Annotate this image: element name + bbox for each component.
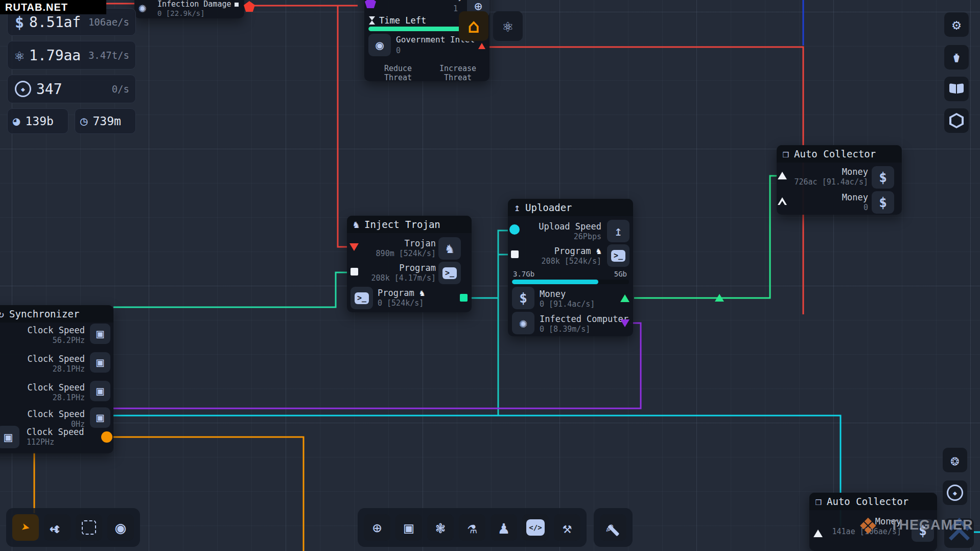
research-counter[interactable]: ⚛ 1.79aa 3.47t/s	[7, 41, 136, 70]
eye-icon: ◉	[376, 37, 384, 53]
microscope-icon: ⚗	[468, 519, 477, 537]
virus-icon: ✺	[519, 315, 527, 331]
auto-collector-header[interactable]: ❒ Auto Collector	[777, 145, 902, 163]
port-upload-speed-input[interactable]	[509, 224, 520, 235]
chip-icon: ▣	[97, 410, 104, 425]
radial-tool-button[interactable]: ◉	[107, 514, 134, 541]
money-icon-tile[interactable]: $	[872, 166, 894, 189]
threat-clipped-value: 1	[453, 5, 458, 13]
guide-button[interactable]	[944, 77, 969, 101]
knight-icon: ♞	[353, 218, 359, 231]
cursor-icon: ➤	[19, 518, 31, 537]
inject-trojan-node[interactable]: ♞ Inject Trojan Trojan 890m [524k/s] ♞ P…	[347, 216, 472, 312]
cursor-tool-button[interactable]: ➤	[12, 514, 39, 541]
clock-speed-value: 28.1PHz	[0, 365, 85, 373]
chip-icon-tile[interactable]: ▣	[90, 381, 110, 401]
chip-icon: ▣	[4, 429, 12, 445]
port-uploader-program-input[interactable]	[511, 250, 519, 258]
cooling-tab-button[interactable]: ❃	[427, 514, 454, 541]
trojan-input-value: 890m [524k/s]	[352, 250, 436, 258]
research-button[interactable]: ⚛	[493, 11, 523, 41]
infection-damage-node[interactable]: ✺ Infection Damage 0 [22.9k/s]	[134, 0, 244, 18]
program-input-label: Program	[352, 264, 436, 272]
sync-icon: ↻	[0, 308, 4, 320]
time-left-row: Time Left	[369, 15, 426, 26]
tools-tab-button[interactable]: ⚒	[554, 514, 580, 541]
uploader-header[interactable]: ↥ Uploader	[508, 199, 633, 216]
research-tab-button[interactable]: ⚗	[459, 514, 485, 541]
clock-speed-label: Clock Speed	[0, 326, 85, 335]
chip-icon-tile[interactable]: ▣	[0, 426, 19, 448]
research-value: 1.79aa	[29, 47, 81, 64]
money-icon-tile[interactable]: $	[512, 287, 534, 309]
port-clock-output[interactable]	[101, 431, 112, 443]
trojan-icon-tile[interactable]: ♞	[438, 237, 461, 260]
inject-trojan-header[interactable]: ♞ Inject Trojan	[347, 216, 472, 233]
port-collector-input-2[interactable]	[778, 197, 787, 205]
achievements-button[interactable]: ⚱	[944, 45, 969, 70]
clock-speed-value: 28.1PHz	[0, 394, 85, 402]
dollar-icon: $	[879, 170, 887, 185]
home-button[interactable]: ⌂	[459, 11, 488, 41]
uploader-node[interactable]: ↥ Uploader Upload Speed 26Pbps ↥ Program…	[508, 199, 633, 336]
virus-icon-tile[interactable]: ✺	[512, 312, 534, 334]
settings-button[interactable]: ⚙	[944, 12, 969, 37]
port-threat-marker[interactable]	[478, 43, 485, 49]
chip-icon-tile[interactable]: ▣	[90, 407, 110, 428]
target-button[interactable]: ◆	[943, 480, 967, 505]
code-tab-button[interactable]: </>	[522, 514, 549, 541]
synchronizer-node[interactable]: ↻ Synchronizer Clock Speed 56.2PHz ▣ Clo…	[0, 305, 113, 453]
port-collector-bottom-input[interactable]	[813, 530, 823, 537]
pie-counter[interactable]: ◕ 139b	[7, 108, 68, 134]
uploader-program-label: Program ♞	[513, 247, 601, 256]
buffer-fill	[512, 280, 598, 284]
chip-icon-tile[interactable]: ▣	[90, 352, 110, 373]
rutab-watermark: RUTAB.NET	[0, 0, 106, 14]
target-icon: ◆	[947, 485, 963, 501]
chip-icon-tile[interactable]: ▣	[90, 324, 110, 344]
port-program-input[interactable]	[351, 268, 358, 276]
wire-green-left	[113, 272, 351, 307]
port-money-output[interactable]	[620, 294, 629, 302]
port-collector-input-1[interactable]	[778, 172, 787, 179]
marquee-tool-button[interactable]	[76, 514, 102, 541]
collector-money-value: 141ae [106ae/s]	[814, 528, 901, 536]
uploader-title: Uploader	[525, 202, 572, 213]
upload-icon: ↥	[514, 201, 520, 214]
gear-icon: ⚙	[952, 16, 961, 33]
time-value: 739m	[92, 114, 121, 128]
hacker-tab-button[interactable]: ♟	[491, 514, 517, 541]
globe-icon: ⊕	[372, 519, 382, 537]
terminal-icon-tile[interactable]: >_	[438, 262, 461, 284]
hardware-tab-button[interactable]: ▣	[395, 514, 422, 541]
terminal-icon-tile[interactable]: >_	[607, 244, 629, 267]
auto-collector-node[interactable]: ❒ Auto Collector Money 726ac [91.4ac/s] …	[777, 145, 902, 215]
increase-threat-button[interactable]: Increase Threat	[430, 63, 486, 83]
clock-speed-label: Clock Speed	[0, 355, 85, 363]
infection-label-row: Infection Damage	[157, 1, 239, 8]
synchronizer-header[interactable]: ↻ Synchronizer	[0, 305, 113, 323]
chip-icon: ▣	[97, 355, 104, 370]
port-program-output[interactable]	[460, 294, 468, 302]
terminal-icon-tile[interactable]: >_	[351, 287, 373, 309]
design-tool-button[interactable]: ✎	[600, 514, 626, 541]
port-trojan-input[interactable]	[349, 243, 359, 251]
network-tab-button[interactable]: ⊕	[364, 514, 390, 541]
money-icon-tile[interactable]: $	[872, 191, 894, 214]
reduce-threat-button[interactable]: Reduce Threat	[369, 63, 427, 83]
time-counter[interactable]: ◷ 739m	[75, 108, 136, 134]
game-canvas[interactable]: Vulnerability 1 ⊕ Time Left ◉ Government…	[0, 0, 980, 551]
port-infected-output[interactable]	[620, 319, 629, 327]
hexagon-button[interactable]	[944, 108, 969, 133]
upload-icon-tile[interactable]: ↥	[607, 220, 629, 242]
token-counter[interactable]: ◆ 347 0/s	[7, 75, 136, 103]
intel-icon-tile[interactable]: ◉	[368, 34, 391, 56]
thegamer-watermark: THEGAMER	[890, 517, 973, 533]
collector-money2-label: Money	[782, 193, 868, 202]
shutter-button[interactable]: ❂	[943, 448, 967, 472]
collector-money2-value: 0	[782, 204, 868, 212]
target-icon: ◆	[15, 81, 31, 97]
money-output-value: 0 [91.4ac/s]	[540, 301, 595, 308]
collector-money-label: Money	[782, 168, 868, 176]
move-tool-button[interactable]: ↔ ↕	[44, 514, 71, 541]
